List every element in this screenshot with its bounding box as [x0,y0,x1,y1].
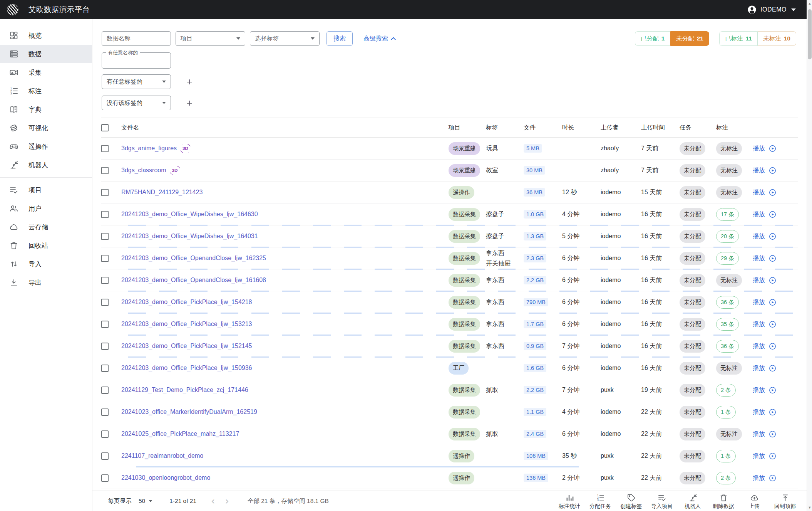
file-size-link[interactable]: 1.1 GB [524,408,546,416]
play-button[interactable]: 播放 [753,254,777,262]
sidebar-item-概览[interactable]: 概览 [0,26,92,45]
sidebar-item-字典[interactable]: 字典 [0,100,92,119]
any-tag-select[interactable]: 有任意标签的 [102,74,171,89]
toolbar-item-上传[interactable]: 上传 [739,493,770,510]
play-button[interactable]: 播放 [753,364,777,372]
file-name-link[interactable]: 3dgs_classroom [121,167,166,174]
toolbar-item-分配任务[interactable]: 123 分配任务 [585,493,616,510]
file-name-link[interactable]: 20241203_demo_Office_OpenandClose_ljw_16… [121,255,266,262]
play-button[interactable]: 播放 [753,298,777,306]
row-checkbox[interactable] [101,255,109,262]
tag-filter-select[interactable]: 选择标签 [250,31,320,46]
play-button[interactable]: 播放 [753,408,777,416]
file-size-link[interactable]: 36 MB [524,188,545,197]
play-button[interactable]: 播放 [753,166,777,175]
scrollbar-thumb[interactable] [808,9,812,59]
file-name-link[interactable]: 20241203_demo_Office_PickPlace_ljw_15321… [121,321,252,328]
toolbar-item-标注统计[interactable]: 标注统计 [554,493,585,510]
sidebar-item-导入[interactable]: 导入 [0,255,92,273]
file-name-link[interactable]: 2241030_openloongrobot_demo [121,474,210,481]
row-checkbox[interactable] [101,167,109,174]
file-size-link[interactable]: 1.0 GB [524,210,546,219]
file-size-link[interactable]: 1.7 GB [524,320,546,328]
scrollbar-down-arrow[interactable]: ▼ [807,505,812,510]
row-checkbox[interactable] [101,474,109,482]
sidebar-item-用户[interactable]: 用户 [0,199,92,218]
next-page-button[interactable]: › [225,496,229,506]
row-checkbox[interactable] [101,430,109,438]
scrollbar-up-arrow[interactable]: ▲ [807,1,812,6]
sidebar-item-采集[interactable]: 采集 [0,63,92,82]
file-size-link[interactable]: 1.6 GB [524,364,546,372]
file-size-link[interactable]: 106 MB [524,452,548,460]
search-button[interactable]: 搜索 [326,31,353,46]
user-menu[interactable]: IODEMO [747,5,796,14]
filter-unassigned-button[interactable]: 未分配 21 [670,31,709,46]
toolbar-item-创建标签[interactable]: 创建标签 [616,493,646,510]
play-button[interactable]: 播放 [753,320,777,328]
sidebar-item-可视化[interactable]: 可视化 [0,119,92,137]
file-name-link[interactable]: 20241203_demo_Office_PickPlace_ljw_15421… [121,299,252,306]
sidebar-item-导出[interactable]: 导出 [0,273,92,292]
file-name-link[interactable]: 20241203_demo_Office_WipeDishes_ljw_1646… [121,211,258,218]
play-button[interactable]: 播放 [753,276,777,284]
sidebar-item-机器人[interactable]: 机器人 [0,156,92,174]
not-tag-select[interactable]: 没有该标签的 [102,96,171,110]
play-button[interactable]: 播放 [753,210,777,219]
play-button[interactable]: 播放 [753,386,777,394]
project-filter-select[interactable]: 项目 [176,31,245,46]
row-checkbox[interactable] [101,408,109,416]
file-name-link[interactable]: 2241107_realmanrobot_demo [121,452,203,459]
3d-view-icon[interactable]: 3D [181,144,190,153]
file-size-link[interactable]: 0.9 GB [524,342,546,350]
row-checkbox[interactable] [101,343,109,350]
data-name-search-input[interactable] [102,31,171,46]
filter-unlabeled-button[interactable]: 未标注 10 [758,31,796,46]
file-size-link[interactable]: 1.3 GB [524,232,546,240]
row-checkbox[interactable] [101,452,109,460]
toolbar-item-机器人[interactable]: 机器人 [677,493,708,510]
play-button[interactable]: 播放 [753,188,777,197]
sidebar-item-云存储[interactable]: 云存储 [0,218,92,236]
file-name-link[interactable]: 20241203_demo_Office_PickPlace_ljw_15214… [121,343,252,350]
filter-assigned-button[interactable]: 已分配 1 [635,31,670,46]
file-size-link[interactable]: 136 MB [524,474,548,482]
file-size-link[interactable]: 30 MB [524,166,545,175]
row-checkbox[interactable] [101,387,109,394]
file-size-link[interactable]: 2.2 GB [524,386,546,394]
select-all-checkbox[interactable] [101,124,109,131]
previous-page-button[interactable]: ‹ [211,496,215,506]
file-name-link[interactable]: 20241203_demo_Office_PickPlace_ljw_15093… [121,365,252,371]
row-checkbox[interactable] [101,189,109,196]
file-name-link[interactable]: 20241203_demo_Office_OpenandClose_ljw_16… [121,277,266,284]
row-checkbox[interactable] [101,365,109,372]
play-button[interactable]: 播放 [753,474,777,482]
file-name-link[interactable]: 20241023_office_MarkerIdentifyDualArm_16… [121,408,257,415]
file-size-link[interactable]: 790 MB [524,298,548,306]
row-checkbox[interactable] [101,233,109,240]
play-button[interactable]: 播放 [753,342,777,350]
row-checkbox[interactable] [101,145,109,152]
row-checkbox[interactable] [101,299,109,306]
add-not-tag-button[interactable]: + [184,98,194,108]
file-name-link[interactable]: RM75HAND_241129_121423 [121,189,203,196]
file-size-link[interactable]: 2.4 GB [524,430,546,438]
file-name-link[interactable]: 20241203_demo_Office_WipeDishes_ljw_1640… [121,233,258,240]
file-name-link[interactable]: 3dgs_anime_figures [121,145,177,152]
file-size-link[interactable]: 2.2 GB [524,276,546,284]
toolbar-item-导入项目[interactable]: 导入项目 [646,493,677,510]
add-any-tag-button[interactable]: + [184,77,194,87]
sidebar-item-数据[interactable]: 数据 [0,45,92,63]
advanced-search-toggle[interactable]: 高级搜索 [363,35,395,43]
sidebar-item-遥操作[interactable]: 遥操作 [0,137,92,156]
play-button[interactable]: 播放 [753,232,777,240]
filter-labeled-button[interactable]: 已标注 11 [719,31,758,46]
row-checkbox[interactable] [101,211,109,218]
3d-view-icon[interactable]: 3D [170,166,180,175]
file-name-link[interactable]: 20241129_Test_Demo_PickPlace_zcj_171446 [121,387,248,393]
play-button[interactable]: 播放 [753,430,777,438]
file-name-link[interactable]: 20241025_office_PickPlace_mahz_113217 [121,430,239,437]
toolbar-item-回到顶部[interactable]: 回到顶部 [770,493,800,510]
row-checkbox[interactable] [101,277,109,284]
play-button[interactable]: 播放 [753,452,777,460]
